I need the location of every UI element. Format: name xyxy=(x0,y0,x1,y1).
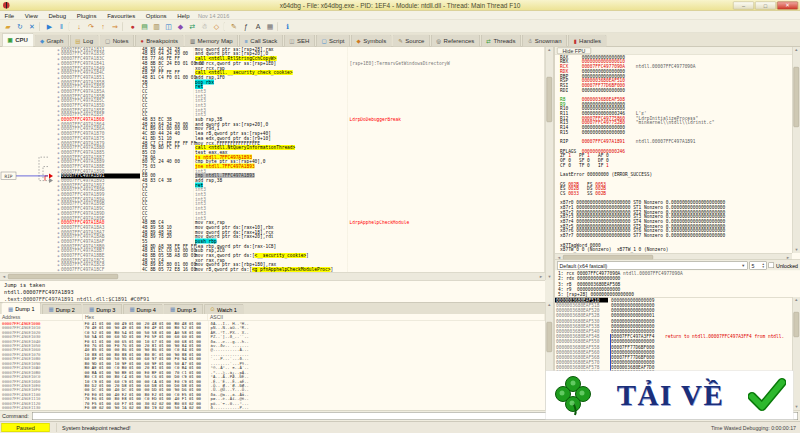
dump-tab[interactable]: ▦ Dump 1 xyxy=(2,303,41,315)
unlocked-checkbox[interactable] xyxy=(769,263,775,269)
dump-tab-icon: ▦ xyxy=(8,305,13,312)
view-tab[interactable]: ☃ Snowman xyxy=(522,35,567,47)
toolbar-button-icon[interactable]: ↓ xyxy=(73,21,85,32)
view-tab[interactable]: ◫ SEH xyxy=(284,35,315,47)
dump-tab[interactable]: ▦ Dump 5 xyxy=(163,304,202,314)
tab-icon: ▢ xyxy=(321,38,326,45)
chevron-down-icon: ▼ xyxy=(741,263,745,268)
toolbar-button-icon[interactable]: ⇄ xyxy=(187,21,199,32)
toolbar-button-icon[interactable]: ℹ xyxy=(282,21,294,32)
toolbar-button-icon[interactable]: ▶ xyxy=(44,21,56,32)
toolbar-button-icon[interactable]: ▤ xyxy=(139,21,151,32)
menu-item[interactable]: Help xyxy=(173,12,194,19)
toolbar-button-icon[interactable]: ◇ xyxy=(211,21,223,32)
dump-tab[interactable]: ⊙ Watch 1 xyxy=(204,304,244,314)
close-button[interactable]: ✕ xyxy=(777,1,798,9)
toolbar-button-icon[interactable] xyxy=(224,22,228,31)
menu-item[interactable]: Favourites xyxy=(103,12,140,19)
tab-icon: ≡ xyxy=(245,38,248,44)
menu-item[interactable]: File xyxy=(0,12,19,19)
toolbar-button-icon[interactable]: ▥ xyxy=(151,21,163,32)
toolbar-button-icon[interactable]: ⇒ xyxy=(109,21,121,32)
dump-tab-label: Dump 4 xyxy=(137,306,156,312)
view-tab[interactable]: ● Breakpoints xyxy=(135,35,184,47)
toolbar-button-icon[interactable]: ▦ xyxy=(264,21,276,32)
toolbar-button-icon[interactable]: ↻ xyxy=(14,21,26,32)
instruction-info-box: Jump is taken ntdll.00007FFC497A1893 .te… xyxy=(0,280,545,302)
download-overlay[interactable]: TẢI VỀ xyxy=(546,371,793,419)
dump-tab[interactable]: ▦ Dump 2 xyxy=(42,304,81,314)
dump-tab-label: Dump 1 xyxy=(15,306,34,312)
dump-tab[interactable]: ▦ Dump 3 xyxy=(82,304,121,314)
toolbar-button-icon[interactable]: ◆ xyxy=(175,21,187,32)
toolbar-button-icon[interactable]: ◫ xyxy=(163,21,175,32)
arguments-view[interactable]: 1: rcx 00007FFC4977090A ntdll.00007FFC49… xyxy=(555,271,800,298)
menu-item[interactable]: Plugins xyxy=(72,12,101,19)
tab-label: Breakpoints xyxy=(146,37,178,44)
toolbar-button-icon[interactable] xyxy=(122,22,126,31)
dump-tabbar: ▦ Dump 1 ▦ Dump 2 ▦ Dump 3 ▦ Dump 4 ▦ Du… xyxy=(0,302,545,314)
clover-icon xyxy=(553,374,593,416)
registers-vscrollbar[interactable]: ▲▼ xyxy=(792,47,800,253)
spinner-arrows-icon: ▲▼ xyxy=(762,262,765,268)
dump-tab-icon: ▦ xyxy=(89,306,94,313)
dump-col-hex: Hex xyxy=(83,314,208,321)
view-tab[interactable]: ≡ Call Stack xyxy=(239,35,283,47)
toolbar-button-icon[interactable] xyxy=(39,22,43,31)
view-tab[interactable]: ▮ Handles xyxy=(568,35,607,47)
toolbar-button-icon[interactable]: ↷ xyxy=(85,21,97,32)
toolbar-button-icon[interactable]: ● xyxy=(127,21,139,32)
view-tab[interactable]: ◆ Symbols xyxy=(351,35,392,47)
hex-dump-view[interactable]: 00007FFC496E1000 F0 41 01 0000 49 01 002… xyxy=(0,321,545,410)
toolbar-button-icon[interactable]: A xyxy=(252,21,264,32)
tab-icon: ✎ xyxy=(398,38,403,45)
register-row[interactable]: x87TW_0 0 (Nonzero) x87TW_1 0 (Nonzero) xyxy=(560,248,792,253)
status-message: System breakpoint reached! xyxy=(57,423,131,432)
disasm-vscrollbar[interactable]: ▲▼ xyxy=(545,47,553,280)
disasm-hscrollbar[interactable]: ◄► xyxy=(0,272,545,280)
toolbar-button-icon[interactable]: ✕ xyxy=(26,21,38,32)
window-title: x64dbg - File: x64dbg.exe - PID: 1EF4 - … xyxy=(0,2,800,10)
toolbar-button-icon[interactable]: ↑ xyxy=(97,21,109,32)
minimize-button[interactable]: – xyxy=(733,1,754,9)
toolbar-button-icon[interactable]: ▰ xyxy=(2,21,14,32)
maximize-button[interactable]: □ xyxy=(755,1,776,9)
x64dbg-window: x64dbg - File: x64dbg.exe - PID: 1EF4 - … xyxy=(0,0,800,433)
right-panel: Hide FPU RAX 0000000000000000RBX 0000000… xyxy=(555,47,800,410)
view-tab[interactable]: ▤ Log xyxy=(70,35,99,47)
dump-tab-icon: ▦ xyxy=(129,306,134,313)
menu-item[interactable]: Options xyxy=(141,12,171,19)
disassembly-view[interactable]: ● 00007FFC497A1831 48 89 44 24 28 mov qw… xyxy=(0,47,545,272)
dump-tab-icon: ▦ xyxy=(170,306,175,313)
registers-header: Hide FPU xyxy=(555,47,800,55)
tab-icon: ◎ xyxy=(436,38,441,45)
view-tab[interactable]: ✎ Source xyxy=(393,35,430,47)
tab-icon: ◆ xyxy=(40,38,44,45)
dump-tab-label: Dump 3 xyxy=(96,306,115,312)
toolbar-button-icon[interactable]: ƒ xyxy=(240,21,252,32)
view-tab[interactable]: ▢ Script xyxy=(316,35,350,47)
menu-item[interactable]: View xyxy=(20,12,42,19)
toolbar-button-icon[interactable] xyxy=(277,22,281,31)
toolbar-button-icon[interactable]: ✎ xyxy=(228,21,240,32)
dump-tab[interactable]: ▦ Dump 4 xyxy=(123,304,162,314)
argument-count-stepper[interactable]: 5 ▲▼ xyxy=(750,261,767,269)
calling-convention-select[interactable]: Default (x64 fastcall) ▼ xyxy=(557,261,748,269)
stack-vscrollbar[interactable]: ▲▼ xyxy=(792,297,800,410)
command-label: Command: xyxy=(2,413,29,419)
info-line: Jump is taken xyxy=(4,281,541,288)
view-tab[interactable]: ▣ CPU xyxy=(2,33,33,47)
view-tab[interactable]: ⇄ Threads xyxy=(481,35,521,47)
registers-view[interactable]: RAX 0000000000000000RBX 0000000000000010… xyxy=(555,55,792,253)
view-tab[interactable]: ▢ Notes xyxy=(100,35,134,47)
dump-col-ascii: ASCII xyxy=(208,314,545,321)
toolbar-button-icon[interactable] xyxy=(69,22,73,31)
view-tab[interactable]: ◆ Graph xyxy=(34,35,68,47)
toolbar-button-icon[interactable]: ‖ xyxy=(56,21,68,32)
view-tab[interactable]: ◎ References xyxy=(431,35,480,47)
toolbar-button-icon[interactable]: ☃ xyxy=(199,21,211,32)
hide-fpu-button[interactable]: Hide FPU xyxy=(557,48,591,55)
dump-header: Address Hex ASCII xyxy=(0,314,545,321)
menu-item[interactable]: Debug xyxy=(44,12,71,19)
view-tab[interactable]: ▥ Memory Map xyxy=(184,35,238,47)
